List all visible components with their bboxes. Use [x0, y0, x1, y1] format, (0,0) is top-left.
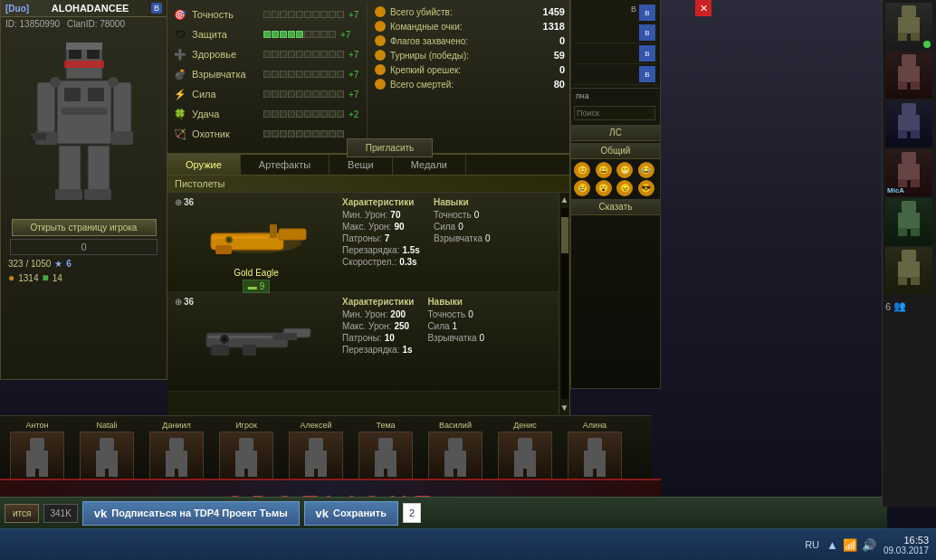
close-button[interactable]: ✕	[695, 0, 712, 16]
health-label: Здоровье	[192, 49, 260, 60]
emoji-1[interactable]: 😊	[574, 162, 590, 178]
skill-accuracy: Точность 0	[434, 209, 491, 221]
friend-item-3[interactable]: Даниил	[144, 421, 209, 481]
weapon-level-num: 36	[184, 197, 194, 207]
dot	[329, 51, 336, 58]
accuracy-plus: +7	[349, 10, 358, 20]
friend-item-5[interactable]: Алексей	[283, 421, 349, 481]
svg-rect-4	[64, 61, 104, 68]
ammo-val: 7	[385, 233, 390, 243]
emoji-8[interactable]: 😎	[638, 180, 654, 196]
friend-item-1[interactable]: Антон	[5, 421, 70, 481]
right-avatar-5[interactable]	[885, 198, 932, 245]
dot	[304, 11, 311, 18]
svg-rect-83	[898, 130, 907, 138]
min-dmg-label-2: Мин. Урон:	[342, 309, 387, 319]
target-icon: ⊕	[175, 197, 182, 207]
kill-dot-icon	[375, 35, 386, 46]
team-points-label: Командные очки:	[390, 22, 539, 32]
dot	[296, 31, 303, 38]
dot	[280, 110, 287, 118]
emoji-2[interactable]: 😄	[596, 162, 612, 178]
svg-rect-41	[100, 438, 114, 451]
cancel-button[interactable]: ится	[5, 504, 39, 523]
player-label-area: пна	[571, 88, 660, 103]
taskbar-time: 16:53 09.03.2017	[883, 535, 929, 555]
tab-weapons[interactable]: Оружие	[167, 155, 241, 175]
scroll-down-btn[interactable]: ▼	[559, 401, 569, 414]
emoji-5[interactable]: 😢	[574, 180, 590, 196]
skill-str-label-2: Сила	[427, 321, 449, 331]
friend-item-4[interactable]: Игрок	[214, 421, 279, 481]
dot	[272, 11, 279, 18]
search-input[interactable]	[574, 106, 655, 120]
right-avatar-2[interactable]	[885, 52, 932, 99]
tab-medals[interactable]: Медали	[393, 155, 466, 175]
b-badge: B	[151, 3, 162, 14]
skill-exp-label-2: Взрывчатка	[427, 333, 476, 343]
right-avatar-3[interactable]	[885, 100, 932, 147]
dot	[272, 90, 279, 98]
side-players: B B B B B	[571, 0, 660, 88]
svg-rect-3	[66, 43, 102, 50]
emoji-3[interactable]: 😁	[616, 162, 633, 178]
svg-rect-23	[279, 229, 306, 240]
kill-stat-flags: Флагов захвачено: 0	[375, 33, 565, 48]
weapon-item-2[interactable]: ⊕ 36	[167, 292, 569, 392]
svg-rect-60	[387, 468, 396, 477]
ammo-val-2: 10	[385, 333, 395, 343]
friend-item-8[interactable]: Денис	[492, 421, 558, 481]
weapon-level-num-2: 36	[184, 297, 194, 307]
defense-bar: +7	[263, 30, 362, 40]
dot	[337, 11, 344, 18]
svg-rect-40	[39, 468, 48, 477]
weapon-stats-cols-1: Характеристики Мин. Урон: 70 Макс. Урон:…	[342, 197, 562, 268]
weapon-level-badge-2: ⊕ 36	[175, 297, 194, 307]
skill-acc-val: 0	[474, 210, 480, 220]
friend-item-7[interactable]: Василий	[423, 421, 488, 481]
right-avatar-6[interactable]	[885, 247, 932, 294]
friend-item-9[interactable]: Алина	[562, 421, 627, 481]
general-button[interactable]: Общий	[571, 143, 660, 159]
svg-rect-6	[64, 88, 81, 101]
dot	[280, 90, 287, 98]
friend-item-2[interactable]: Natali	[74, 421, 139, 481]
svg-rect-9	[37, 82, 55, 132]
tab-artifacts[interactable]: Артефакты	[241, 155, 330, 175]
svg-rect-89	[902, 201, 916, 213]
stats-right: Всего убийств: 1459 Командные очки: 1318…	[367, 5, 565, 148]
svg-rect-31	[211, 345, 229, 356]
dot	[329, 11, 336, 18]
right-avatar-1[interactable]	[885, 3, 932, 50]
emoji-7[interactable]: 😠	[616, 180, 633, 196]
count-badge: 341K	[43, 504, 77, 523]
open-profile-button[interactable]: Открыть страницу игрока	[12, 219, 157, 236]
dot	[288, 11, 295, 18]
dot	[296, 110, 303, 118]
right-avatar-4[interactable]: MicA	[885, 149, 932, 196]
dot	[304, 110, 311, 118]
weapon-level-badge: ⊕ 36	[175, 197, 194, 207]
weapon-item-gold-eagle[interactable]: ⊕ 36 Gold Eagle	[167, 193, 569, 292]
luck-label: Удача	[192, 109, 260, 119]
vk-subscribe-button[interactable]: vk Подписаться на TDP4 Проект Тьмы	[82, 501, 300, 526]
weapon-image-2	[188, 310, 324, 369]
friend-avatar-8	[498, 432, 552, 481]
dot	[288, 71, 295, 78]
tab-items[interactable]: Вещи	[330, 155, 393, 175]
dot	[263, 110, 271, 118]
friend-item-6[interactable]: Тема	[353, 421, 418, 481]
skill-acc-val-2: 0	[468, 309, 473, 319]
vk-save-button[interactable]: vk Сохранить	[304, 501, 398, 526]
invite-button[interactable]: Пригласить	[347, 138, 433, 157]
inventory-scroll[interactable]: ⊕ 36 Gold Eagle	[167, 193, 569, 414]
dot	[320, 31, 328, 38]
svg-rect-94	[898, 261, 920, 278]
defense-plus: +7	[340, 30, 350, 40]
say-button[interactable]: Сказать	[571, 199, 660, 215]
emoji-4[interactable]: 😂	[638, 162, 654, 178]
ls-button[interactable]: ЛС	[571, 125, 660, 141]
svg-rect-88	[911, 179, 920, 187]
emoji-6[interactable]: 😮	[596, 180, 612, 196]
kill-stat-team: Командные очки: 1318	[375, 19, 565, 33]
